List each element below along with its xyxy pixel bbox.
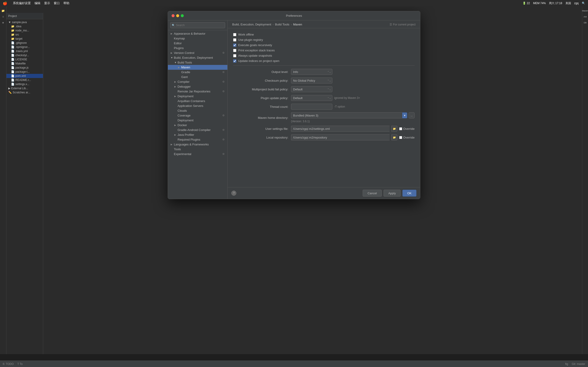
tree-arrow-keymap	[171, 37, 174, 40]
favorites-icon[interactable]: ★	[1, 20, 6, 25]
file-name: pom.xml	[15, 74, 26, 77]
sidebar-item-appearance[interactable]: ▶ Appearance & Behavior	[168, 31, 227, 36]
sidebar-item-gant[interactable]: Gant	[168, 75, 227, 79]
dialog-title: Preferences	[286, 14, 302, 17]
file-travis[interactable]: 📄 .travis.yml	[6, 49, 43, 53]
maximize-button[interactable]	[181, 14, 184, 17]
local-repo-browse-btn[interactable]: 📁	[391, 134, 397, 140]
minimize-button[interactable]	[176, 14, 179, 17]
file-idea[interactable]: 📁 .idea	[6, 24, 43, 28]
always-update-checkbox[interactable]	[233, 54, 236, 57]
user-settings-browse-btn[interactable]: 📁	[391, 126, 397, 132]
search-wrap: 🔍	[170, 22, 225, 28]
sidebar-item-plugins[interactable]: Plugins	[168, 46, 227, 50]
sidebar-item-clouds[interactable]: Clouds	[168, 108, 227, 113]
sidebar-item-build-exec[interactable]: ▼ Build, Execution, Deployment	[168, 55, 227, 60]
file-external-libs[interactable]: ▶ External Lib...	[6, 86, 43, 90]
spotlight-icon[interactable]: 🔍	[582, 2, 585, 5]
user-settings-input[interactable]	[291, 126, 389, 132]
local-repo-override-checkbox[interactable]	[399, 136, 402, 139]
maven-home-dropdown-btn[interactable]: ▼	[402, 112, 407, 118]
file-node[interactable]: 📁 node_mo...	[6, 28, 43, 33]
use-plugin-registry-checkbox[interactable]	[233, 38, 236, 42]
print-exception-checkbox[interactable]	[233, 49, 236, 52]
project-panel-icon[interactable]: 📁	[1, 8, 6, 13]
file-package-json[interactable]: 📄 package.js	[6, 66, 43, 70]
sidebar-item-debugger[interactable]: ▶ Debugger	[168, 84, 227, 89]
file-package-lock[interactable]: 📄 package-l...	[6, 70, 43, 74]
execute-goals-checkbox[interactable]	[233, 44, 236, 47]
close-button[interactable]	[172, 14, 174, 17]
work-offline-checkbox[interactable]	[233, 33, 236, 36]
menu-help[interactable]: 帮助	[63, 1, 69, 5]
sidebar-item-gradle[interactable]: Gradle ⚙	[168, 70, 227, 75]
search-icon: 🔍	[172, 24, 175, 27]
sidebar-item-experimental[interactable]: Experimental ⚙	[168, 152, 227, 156]
help-button[interactable]: ?	[231, 191, 236, 196]
thread-count-input[interactable]	[291, 104, 332, 110]
menu-edit[interactable]: 编辑	[35, 1, 40, 5]
file-target[interactable]: 📁 target	[6, 37, 43, 41]
statusbar-terminal[interactable]: T To	[17, 362, 23, 366]
ok-button[interactable]: OK	[402, 190, 416, 197]
thread-count-control: -T option	[291, 104, 415, 110]
sidebar-item-remote-jar[interactable]: Remote Jar Repositories ⚙	[168, 89, 227, 94]
tree-arrow-appearance: ▶	[171, 32, 174, 35]
sidebar-item-required-plugins[interactable]: Required Plugins ⚙	[168, 137, 227, 142]
cancel-button[interactable]: Cancel	[363, 190, 381, 197]
structure-icon[interactable]: ≡	[1, 14, 6, 19]
sidebar-item-coverage[interactable]: Coverage ⚙	[168, 113, 227, 118]
sidebar-item-java-profiler[interactable]: ▶ Java Profiler	[168, 132, 227, 137]
database-panel-icon[interactable]: DB	[583, 20, 588, 25]
file-license[interactable]: 📄 LICENSE	[6, 57, 43, 61]
sidebar-item-gradle-android[interactable]: Gradle-Android Compiler ⚙	[168, 127, 227, 132]
sidebar-item-docker[interactable]: ▶ Docker	[168, 123, 227, 127]
sidebar-item-keymap[interactable]: Keymap	[168, 36, 227, 41]
search-input[interactable]	[170, 22, 225, 28]
file-icon: 📄	[11, 74, 15, 77]
plugin-update-select[interactable]: Default Force updates Suppress updates	[291, 95, 332, 101]
output-level-select[interactable]: Info Debug Warning Error	[291, 69, 332, 75]
maven-home-input[interactable]	[291, 112, 402, 118]
apply-button[interactable]: Apply	[384, 190, 401, 197]
update-indices-checkbox[interactable]	[233, 59, 236, 63]
user-settings-override-checkbox[interactable]	[399, 127, 402, 130]
file-src[interactable]: 📁 src	[6, 33, 43, 37]
checksum-policy-select[interactable]: No Global Policy Fail Warn Ignore	[291, 77, 332, 83]
file-checkstyle[interactable]: 📄 checkstyl...	[6, 53, 43, 57]
statusbar-todo[interactable]: 6: TODO	[3, 362, 14, 366]
checkbox-use-plugin-registry: Use plugin registry	[233, 37, 415, 42]
sidebar-item-build-tools[interactable]: ▼ Build Tools	[168, 60, 227, 65]
clock: 周六 17:18	[549, 1, 562, 5]
tree-arrow-maven: ▶	[178, 66, 181, 69]
sidebar-item-version-control[interactable]: ▶ Version Control ⚙	[168, 50, 227, 55]
sidebar-item-compiler[interactable]: ▶ Compiler ⚙	[168, 79, 227, 84]
sidebar-item-app-servers[interactable]: Application Servers	[168, 103, 227, 108]
apple-menu-icon[interactable]: 🍎	[3, 1, 7, 6]
maven-home-browse-btn[interactable]: ...	[409, 112, 415, 118]
local-repo-input[interactable]	[291, 134, 389, 140]
maven-panel-icon[interactable]: Maven	[583, 8, 588, 13]
file-gitignore[interactable]: 📄 .gitignore	[6, 41, 43, 45]
file-scratches[interactable]: ✏️ Scratches ar...	[6, 90, 43, 94]
sync-icon-gradle-android: ⚙	[222, 128, 225, 131]
file-makefile[interactable]: 📄 Makefile	[6, 61, 43, 66]
sidebar-item-maven[interactable]: ▶ Maven	[168, 65, 227, 70]
sidebar-item-deployment[interactable]: ▶ Deployment	[168, 94, 227, 99]
sidebar-item-editor[interactable]: Editor	[168, 41, 227, 46]
menu-system-prefs[interactable]: 系统偏好设置	[13, 1, 31, 5]
ant-panel-icon[interactable]: Ant	[583, 14, 588, 19]
menu-window[interactable]: 窗口	[54, 1, 60, 5]
project-root-item[interactable]: ▼ sample-java	[6, 20, 43, 24]
menu-view[interactable]: 显示	[44, 1, 50, 5]
multiproject-fail-select[interactable]: Default Fail at end Never fail	[291, 86, 332, 92]
file-npmignore[interactable]: 📄 .npmignor...	[6, 45, 43, 49]
file-settings[interactable]: 📄 settings.x...	[6, 82, 43, 86]
sidebar-item-languages[interactable]: ▶ Languages & Frameworks	[168, 142, 227, 147]
sidebar-item-label: Deployment	[178, 119, 193, 122]
sidebar-item-tools[interactable]: Tools	[168, 147, 227, 152]
file-readme[interactable]: 📄 README.r...	[6, 78, 43, 82]
sidebar-item-arquillian[interactable]: Arquillian Containers	[168, 99, 227, 103]
sidebar-item-deployment2[interactable]: Deployment	[168, 118, 227, 123]
file-pom-xml[interactable]: 📄 pom.xml	[6, 74, 43, 78]
